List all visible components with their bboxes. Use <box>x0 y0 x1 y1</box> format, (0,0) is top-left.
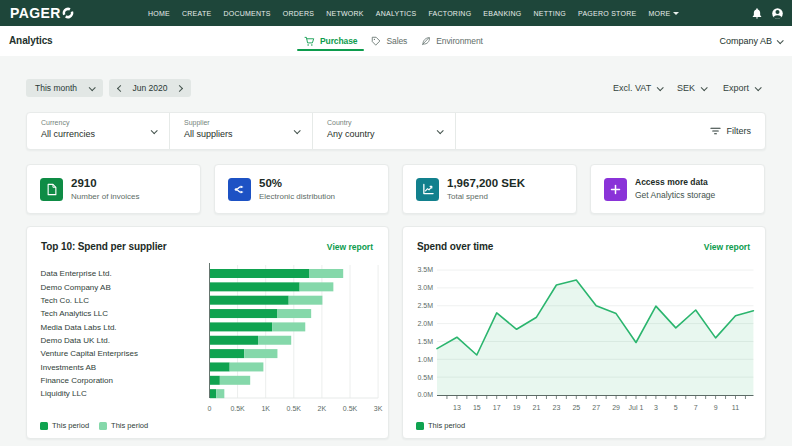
svg-text:Media Data Labs Ltd.: Media Data Labs Ltd. <box>41 323 117 332</box>
supplier-filter-label: Supplier <box>184 119 300 126</box>
filter-bar: Currency All currencies Supplier All sup… <box>26 112 766 150</box>
currency-filter-select[interactable]: Currency All currencies <box>27 113 170 149</box>
svg-text:Investments AB: Investments AB <box>41 363 97 372</box>
filters-button[interactable]: Filters <box>696 113 766 149</box>
tag-icon <box>371 36 381 46</box>
chevron-down-icon <box>701 84 708 91</box>
supplier-filter-select[interactable]: Supplier All suppliers <box>170 113 313 149</box>
nav-item-more[interactable]: MORE <box>648 10 679 17</box>
nav-item-network[interactable]: NETWORK <box>326 10 364 17</box>
svg-text:21: 21 <box>533 404 541 411</box>
stat-text: 50% Electronic distribution <box>259 177 335 201</box>
legend-item: This period <box>416 421 465 430</box>
nav-item-documents[interactable]: DOCUMENTS <box>223 10 270 17</box>
svg-text:25: 25 <box>572 404 580 411</box>
vat-select-value: Excl. VAT <box>613 83 651 93</box>
svg-text:2K: 2K <box>318 405 327 412</box>
nav-item-factoring[interactable]: FACTORING <box>428 10 471 17</box>
svg-text:0.0M: 0.0M <box>417 391 433 398</box>
nav-item-ebanking[interactable]: EBANKING <box>483 10 521 17</box>
svg-text:Demo Data UK Ltd.: Demo Data UK Ltd. <box>41 336 110 345</box>
legend-swatch-dark-green <box>40 422 48 430</box>
nav-item-analytics[interactable]: ANALYTICS <box>376 10 417 17</box>
svg-text:9: 9 <box>714 404 718 411</box>
company-name: Company AB <box>719 36 772 46</box>
analytics-tabs: Purchase Sales Environment <box>297 26 490 56</box>
svg-text:Venture Capital Enterprises: Venture Capital Enterprises <box>41 349 138 358</box>
svg-text:3: 3 <box>654 404 658 411</box>
currency-display-select[interactable]: SEK <box>677 79 706 97</box>
svg-text:2.5M: 2.5M <box>417 302 433 309</box>
nav-more-label: MORE <box>648 10 670 17</box>
nav-item-netting[interactable]: NETTING <box>534 10 566 17</box>
pagero-logo-text: PAGER <box>10 6 61 20</box>
chevron-right-icon[interactable] <box>176 84 183 91</box>
stat-value: Access more data <box>635 178 715 188</box>
svg-text:27: 27 <box>592 404 600 411</box>
chevron-left-icon[interactable] <box>117 84 124 91</box>
tab-sales[interactable]: Sales <box>364 26 414 56</box>
page-title: Analytics <box>9 35 53 46</box>
stat-card-invoices: 2910 Number of invoices <box>26 164 201 214</box>
svg-text:Tech Co. LLC: Tech Co. LLC <box>41 296 90 305</box>
svg-text:0.5M: 0.5M <box>417 374 433 381</box>
tab-purchase[interactable]: Purchase <box>297 26 364 56</box>
invoice-icon <box>40 178 63 201</box>
svg-text:Data Enterprise Ltd.: Data Enterprise Ltd. <box>41 269 112 278</box>
country-filter-select[interactable]: Country Any country <box>313 113 456 149</box>
svg-text:3.0M: 3.0M <box>417 284 433 291</box>
stat-text: 2910 Number of invoices <box>71 177 139 201</box>
spend-over-time-chart-card: Spend over time View report 0.0M0.5M1.0M… <box>402 226 766 439</box>
spend-over-time-line-chart: 0.0M0.5M1.0M1.5M2.0M2.5M3.0M3.5M13151719… <box>403 227 767 440</box>
leaf-icon <box>421 36 431 46</box>
svg-text:1.5M: 1.5M <box>417 338 433 345</box>
svg-text:17: 17 <box>493 404 501 411</box>
svg-text:Finance Corporation: Finance Corporation <box>41 376 113 385</box>
svg-text:0.5K: 0.5K <box>287 405 302 412</box>
nav-item-home[interactable]: HOME <box>148 10 170 17</box>
export-menu-label: Export <box>723 83 749 93</box>
country-filter-label: Country <box>327 119 443 126</box>
notifications-bell-icon[interactable] <box>751 7 763 20</box>
svg-text:11: 11 <box>732 404 739 411</box>
tab-environment[interactable]: Environment <box>414 26 490 56</box>
chevron-down-icon <box>755 84 762 91</box>
svg-text:2.0M: 2.0M <box>417 320 433 327</box>
svg-text:19: 19 <box>513 404 521 411</box>
svg-text:0.5K: 0.5K <box>230 405 245 412</box>
bar-chart-legend: This period This period <box>40 421 158 430</box>
sub-header: Analytics Purchase Sales <box>0 26 792 56</box>
user-account-icon[interactable] <box>771 7 784 20</box>
spend-per-supplier-bar-chart: Data Enterprise Ltd.Demo Company ABTech … <box>27 227 390 440</box>
top-navigation-bar: PAGER HOME CREATE DOCUMENTS ORDERS NETWO… <box>0 0 792 26</box>
month-navigator: Jun 2020 <box>109 79 191 97</box>
month-label: Jun 2020 <box>133 83 168 93</box>
stat-card-access-more-data[interactable]: Access more data Get Analytics storage <box>590 164 765 214</box>
svg-text:15: 15 <box>473 404 481 411</box>
svg-text:5: 5 <box>674 404 678 411</box>
line-chart-legend: This period <box>416 421 475 430</box>
svg-text:1K: 1K <box>261 405 270 412</box>
pagero-logo-o-icon <box>62 7 74 19</box>
nav-item-create[interactable]: CREATE <box>182 10 211 17</box>
chevron-down-icon <box>777 37 784 44</box>
vat-select[interactable]: Excl. VAT <box>613 79 662 97</box>
caret-down-icon <box>673 12 679 15</box>
stat-value: 2910 <box>71 177 139 190</box>
nav-item-pagero-store[interactable]: PAGERO STORE <box>578 10 636 17</box>
export-menu[interactable]: Export <box>723 79 760 97</box>
supplier-filter-value: All suppliers <box>184 129 300 139</box>
svg-text:Tech Analytics LLC: Tech Analytics LLC <box>41 309 109 318</box>
svg-text:29: 29 <box>612 404 620 411</box>
legend-swatch-light-green <box>99 422 107 430</box>
cart-icon <box>304 36 315 47</box>
pagero-logo[interactable]: PAGER <box>10 6 74 20</box>
legend-label: This period <box>111 421 148 430</box>
period-select[interactable]: This month <box>26 79 103 97</box>
svg-text:Jul 1: Jul 1 <box>629 404 644 411</box>
company-selector[interactable]: Company AB <box>719 26 782 56</box>
trend-chart-icon <box>416 178 439 201</box>
stat-text: 1,967,200 SEK Total spend <box>447 177 525 201</box>
currency-filter-label: Currency <box>41 119 157 126</box>
nav-item-orders[interactable]: ORDERS <box>283 10 314 17</box>
